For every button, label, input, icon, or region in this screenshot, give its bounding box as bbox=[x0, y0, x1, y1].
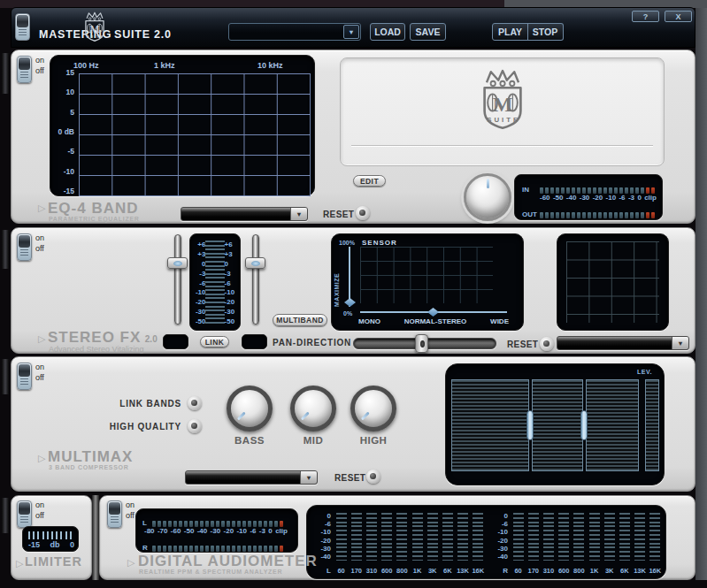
link-bands-button[interactable] bbox=[188, 396, 202, 410]
link-button[interactable]: LINK bbox=[200, 336, 229, 347]
multiband-button[interactable]: MULTIBAND bbox=[273, 314, 327, 326]
multimax-preset-select[interactable]: ▼ bbox=[185, 470, 318, 485]
led bbox=[603, 212, 607, 218]
gain-tick-label: -3 bbox=[194, 270, 205, 278]
meter-scale: -80-70-60-50-40-30-20-10-6-30clip bbox=[144, 527, 288, 535]
multimax-reset-button[interactable] bbox=[366, 470, 380, 484]
led bbox=[200, 521, 204, 527]
dropdown-arrow-button[interactable]: ▼ bbox=[290, 208, 307, 220]
audiometer-power-toggle[interactable] bbox=[107, 500, 122, 528]
maximize-axis-label: MAXIMIZE bbox=[334, 252, 340, 307]
svg-text:SUITE: SUITE bbox=[487, 116, 520, 124]
edit-button[interactable]: EDIT bbox=[353, 175, 386, 187]
mid-knob[interactable] bbox=[290, 386, 336, 431]
stereofx-reset-button[interactable] bbox=[540, 337, 554, 351]
scale-tick-label: -60 bbox=[171, 527, 181, 535]
spectrum-channel-right: 0-6-10-20-30-40R601703106008001K3K6K13K1… bbox=[491, 513, 663, 575]
dropdown-arrow-button[interactable]: ▼ bbox=[343, 25, 359, 39]
dropdown-arrow-button[interactable]: ▼ bbox=[672, 337, 688, 349]
load-button[interactable]: LOAD bbox=[370, 23, 405, 41]
stereofx-preset-select[interactable]: ▼ bbox=[557, 336, 689, 350]
section-title-text: STEREO FX bbox=[48, 329, 141, 346]
stereo-width-marker[interactable] bbox=[427, 308, 439, 317]
db-tick-label: 0 bbox=[327, 513, 331, 520]
gain-tick-label: +6 bbox=[194, 241, 205, 248]
limiter-scale: -15db0 bbox=[28, 540, 74, 549]
suite-logo: MSUITE bbox=[471, 67, 534, 138]
spectrum-bar bbox=[558, 513, 569, 561]
db-tick-label: -15 bbox=[50, 187, 74, 195]
dropdown-arrow-button[interactable]: ▼ bbox=[300, 471, 317, 484]
bass-knob[interactable] bbox=[227, 386, 273, 431]
led bbox=[205, 546, 209, 552]
toggle-grip bbox=[20, 249, 28, 256]
high-quality-button[interactable] bbox=[188, 419, 202, 433]
led bbox=[577, 187, 580, 194]
stop-button[interactable]: STOP bbox=[527, 23, 564, 41]
crossover-handle-low[interactable] bbox=[526, 410, 534, 440]
brand-display-panel: MSUITE bbox=[340, 57, 665, 166]
spectrum-bar bbox=[381, 513, 392, 561]
led bbox=[216, 521, 219, 527]
led bbox=[572, 212, 575, 218]
scale-tick-label: -20 bbox=[224, 527, 234, 535]
off-label: off bbox=[35, 372, 44, 383]
led bbox=[572, 187, 575, 194]
spectrum-bars: 601703106008001K3K6K13K16K bbox=[334, 513, 486, 575]
right-gain-slider-handle[interactable] bbox=[245, 257, 265, 269]
clip-led bbox=[651, 187, 655, 194]
crossover-handle-high[interactable] bbox=[580, 410, 588, 440]
eq-curve-display[interactable]: 100 Hz 1 kHz 10 kHz 151050 dB-5-10-15 bbox=[50, 55, 315, 196]
left-gain-slider-handle[interactable] bbox=[167, 257, 188, 269]
eq-preset-select[interactable]: ▼ bbox=[181, 207, 308, 221]
on-label: on bbox=[35, 55, 44, 65]
scale-tick-label: 0 bbox=[637, 194, 641, 202]
right-gain-slider[interactable] bbox=[252, 234, 259, 325]
reset-label: RESET bbox=[334, 473, 365, 483]
db-tick-label: 5 bbox=[50, 108, 74, 117]
off-label: off bbox=[35, 510, 44, 521]
db-tick-label: -5 bbox=[50, 147, 74, 156]
led bbox=[152, 521, 156, 527]
help-button[interactable]: ? bbox=[632, 11, 659, 22]
gain-tick-label: -50 bbox=[194, 317, 205, 325]
off-label: off bbox=[126, 510, 134, 521]
freq-tick-label: 800 bbox=[572, 567, 587, 575]
on-label: on bbox=[126, 500, 134, 510]
gain-tick-label: -10 bbox=[194, 288, 205, 296]
width-mode-label: NORMAL-STEREO bbox=[404, 317, 467, 325]
high-knob[interactable] bbox=[350, 386, 396, 431]
out-meter-row: OUT bbox=[522, 206, 657, 222]
led bbox=[179, 546, 182, 552]
spectrum-band: 6K bbox=[440, 513, 455, 575]
pan-direction-handle[interactable] bbox=[415, 334, 428, 353]
scale-tick-label: -70 bbox=[158, 527, 168, 535]
db-tick-label: -20 bbox=[497, 538, 508, 545]
on-label: on bbox=[35, 362, 44, 372]
eq-reset-button[interactable] bbox=[356, 206, 370, 220]
led bbox=[619, 212, 623, 218]
led bbox=[269, 546, 273, 552]
maximize-slider-track[interactable] bbox=[349, 247, 350, 307]
spectrum-band: 310 bbox=[364, 513, 379, 575]
master-power-toggle[interactable] bbox=[15, 13, 30, 41]
led bbox=[227, 521, 230, 527]
led bbox=[588, 187, 591, 194]
spectrum-bar bbox=[473, 513, 483, 561]
eq-power-toggle[interactable] bbox=[17, 56, 32, 83]
led bbox=[237, 521, 241, 527]
eq-gain-knob[interactable] bbox=[464, 173, 511, 221]
close-button[interactable]: X bbox=[665, 11, 692, 22]
left-gain-slider[interactable] bbox=[174, 234, 181, 325]
freq-tick-label: 1K bbox=[410, 567, 425, 575]
play-button[interactable]: PLAY bbox=[492, 23, 528, 41]
bass-knob-label: BASS bbox=[227, 435, 273, 446]
save-button[interactable]: SAVE bbox=[410, 23, 446, 41]
maximize-slider-marker[interactable] bbox=[344, 298, 356, 307]
preset-select[interactable]: ▼ bbox=[228, 23, 361, 41]
mid-band-area bbox=[532, 379, 583, 471]
stereofx-power-toggle[interactable] bbox=[17, 233, 32, 261]
led bbox=[232, 546, 235, 552]
multimax-power-toggle[interactable] bbox=[17, 363, 32, 390]
limiter-power-toggle[interactable] bbox=[17, 500, 32, 528]
